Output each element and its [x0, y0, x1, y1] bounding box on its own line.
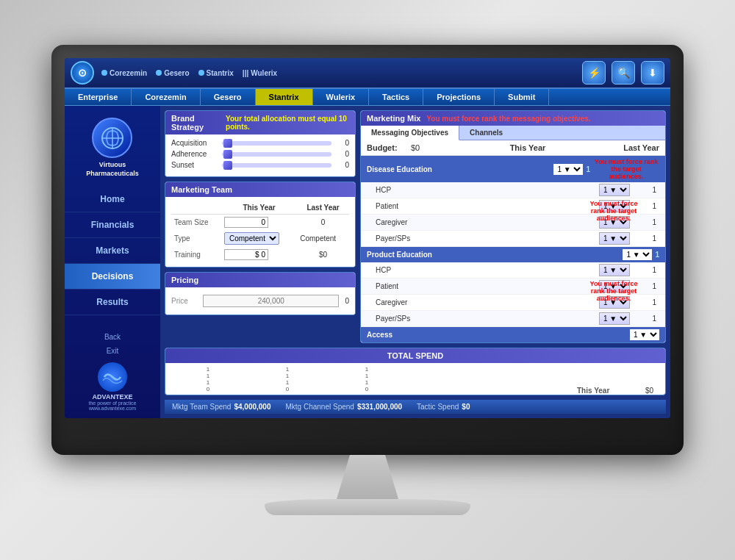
menu-gesero[interactable]: Gesero — [201, 89, 256, 105]
sidebar-item-markets[interactable]: Markets — [65, 238, 160, 264]
training-input[interactable] — [224, 249, 268, 260]
col-this-year: This Year — [221, 201, 297, 215]
search-icon-btn[interactable]: 🔍 — [612, 61, 635, 85]
menu-bar: Enterprise Corezemin Gesero Stantrix Wul… — [65, 89, 670, 106]
menu-projections[interactable]: Projections — [423, 89, 495, 105]
drug-wulerix[interactable]: ||| Wulerix — [243, 69, 277, 77]
slider-adherence-thumb[interactable] — [223, 150, 232, 159]
nav-action-icons: ⚡ 🔍 ⬇ — [582, 61, 664, 85]
product-hcp-rank[interactable]: 1 ▼2 — [599, 264, 630, 276]
mini-chart-channels: 1110 Channels — [330, 366, 404, 395]
disease-payer-rank[interactable]: 1 ▼2 — [599, 232, 630, 245]
sidebar-item-home[interactable]: Home — [65, 187, 160, 212]
disease-payer-row: Payer/SPs 1 ▼2 1 — [361, 231, 665, 247]
marketing-mix-panel: Marketing Mix You must force rank the me… — [360, 110, 666, 343]
slider-acquisition-thumb[interactable] — [223, 139, 232, 148]
disease-education-rank[interactable]: 1 ▼23 — [553, 164, 583, 175]
spend-last-year-row: Last Year $0 — [577, 395, 653, 396]
slider-sunset-track[interactable] — [222, 163, 331, 168]
menu-stantrix[interactable]: Stantrix — [256, 89, 313, 105]
this-year-value: $0 — [645, 387, 653, 395]
disease-hcp-label: HCP — [376, 186, 599, 194]
tactics-bars — [283, 394, 292, 395]
total-spend-header: TOTAL SPEND — [165, 348, 665, 363]
table-row: Type Competent Expert — [171, 230, 349, 247]
disease-hcp-row: HCP 1 ▼2 1 — [361, 182, 665, 198]
menu-wulerix[interactable]: Wulerix — [313, 89, 370, 105]
team-size-last-year: 0 — [297, 215, 349, 231]
drug-brands-list: Corezemin Gesero Stantrix ||| Wuleri — [101, 69, 575, 77]
disease-payer-label: Payer/SPs — [376, 234, 599, 243]
monitor-screen: ⊙ Corezemin Gesero Stantri — [65, 58, 670, 418]
budget-last-year-label: Last Year — [608, 143, 659, 152]
disease-education-last-year: 1 — [586, 165, 590, 173]
status-mktg-team: Mktg Team Spend $4,000,000 — [172, 403, 270, 411]
marketing-mix-title: Marketing Mix — [367, 114, 420, 123]
table-row: Training $0 — [171, 247, 349, 262]
product-patient-row: Patient 1 ▼2 1 You must force rank the t… — [361, 279, 665, 295]
product-payer-row: Payer/SPs 1 ▼2 1 — [361, 311, 665, 327]
slider-adherence-track[interactable] — [222, 152, 331, 157]
brand-strategy-warning: Your total allocation must equal 10 poin… — [226, 115, 349, 131]
team-size-input[interactable] — [224, 217, 268, 228]
sidebar-item-financials[interactable]: Financials — [65, 212, 160, 238]
disease-hcp-last-year: 1 — [630, 186, 659, 194]
slider-acquisition: Acquisition 0 — [171, 139, 349, 147]
pricing-header: Pricing — [165, 273, 355, 287]
slider-sunset-thumb[interactable] — [223, 161, 232, 170]
back-button[interactable]: Back — [68, 330, 157, 344]
price-input[interactable] — [203, 295, 339, 307]
product-payer-rank[interactable]: 1 ▼2 — [599, 312, 630, 325]
sidebar-logo-area: Virtuous Pharmaceuticals — [80, 112, 145, 184]
marketing-mix-warning: You must force rank the messaging object… — [426, 115, 590, 123]
menu-tactics[interactable]: Tactics — [369, 89, 423, 105]
slider-sunset: Sunset 0 — [171, 161, 349, 169]
menu-submit[interactable]: Submit — [495, 89, 549, 105]
drug-gesero[interactable]: Gesero — [156, 69, 189, 77]
wulerix-label: Wulerix — [251, 69, 277, 77]
brand-strategy-title: Brand Strategy — [171, 114, 220, 132]
mini-chart-tactics: 1110 Tactics — [251, 366, 324, 395]
disease-patient-row: Patient 1 ▼2 1 You must force rank the t… — [361, 198, 665, 215]
monitor-stand-neck — [323, 455, 412, 499]
drug-stantrix[interactable]: Stantrix — [198, 69, 234, 77]
disease-education-header: Disease Education 1 ▼23 1 You must force… — [361, 156, 665, 182]
tab-messaging-objectives[interactable]: Messaging Objectives — [361, 126, 459, 140]
sidebar-item-results[interactable]: Results — [65, 290, 160, 315]
slider-sunset-label: Sunset — [171, 161, 219, 169]
pricing-body: Price 0 — [165, 287, 355, 315]
sidebar-item-decisions[interactable]: Decisions — [65, 264, 160, 290]
logo-symbol: ⊙ — [78, 67, 87, 79]
tactic-key: Tactic Spend — [417, 403, 459, 411]
slider-acquisition-track[interactable] — [222, 141, 331, 146]
spend-this-year-row: This Year $0 — [577, 386, 653, 395]
lightning-icon-btn[interactable]: ⚡ — [582, 61, 606, 85]
app-logo: ⊙ — [71, 61, 94, 85]
gesero-label: Gesero — [164, 69, 189, 77]
tab-channels[interactable]: Channels — [459, 126, 513, 140]
access-rank[interactable]: 1 ▼2 — [630, 329, 659, 340]
disease-education-warning: You must force rank the target audiences… — [593, 158, 659, 180]
slider-acquisition-label: Acquisition — [171, 139, 219, 147]
slider-adherence: Adherence 0 — [171, 150, 349, 158]
content-columns: Brand Strategy Your total allocation mus… — [165, 110, 666, 343]
disease-hcp-rank[interactable]: 1 ▼2 — [599, 184, 630, 196]
type-select[interactable]: Competent Expert — [224, 232, 279, 245]
monitor-bezel: ⊙ Corezemin Gesero Stantri — [51, 45, 684, 455]
product-education-rank[interactable]: 1 ▼2 — [623, 249, 652, 260]
drug-corezemin[interactable]: Corezemin — [101, 69, 147, 77]
advantexe-icon — [98, 362, 127, 392]
menu-corezemin[interactable]: Corezemin — [132, 89, 200, 105]
menu-enterprise[interactable]: Enterprise — [65, 89, 132, 105]
exit-button[interactable]: Exit — [68, 344, 157, 358]
marketing-mix-header: Marketing Mix You must force rank the me… — [361, 111, 665, 126]
marketing-team-table: This Year Last Year Team Size — [171, 201, 349, 262]
app-container: ⊙ Corezemin Gesero Stantri — [65, 58, 670, 418]
status-bar: Mktg Team Spend $4,000,000 Mktg Channel … — [165, 400, 666, 414]
access-label: Access — [367, 331, 392, 339]
company-logo-icon — [99, 125, 126, 151]
status-mktg-channel: Mktg Channel Spend $331,000,000 — [285, 403, 402, 411]
product-hcp-row: HCP 1 ▼2 1 — [361, 262, 665, 279]
spend-values: This Year $0 Last Year $0 — [571, 366, 659, 395]
download-icon-btn[interactable]: ⬇ — [641, 61, 664, 85]
